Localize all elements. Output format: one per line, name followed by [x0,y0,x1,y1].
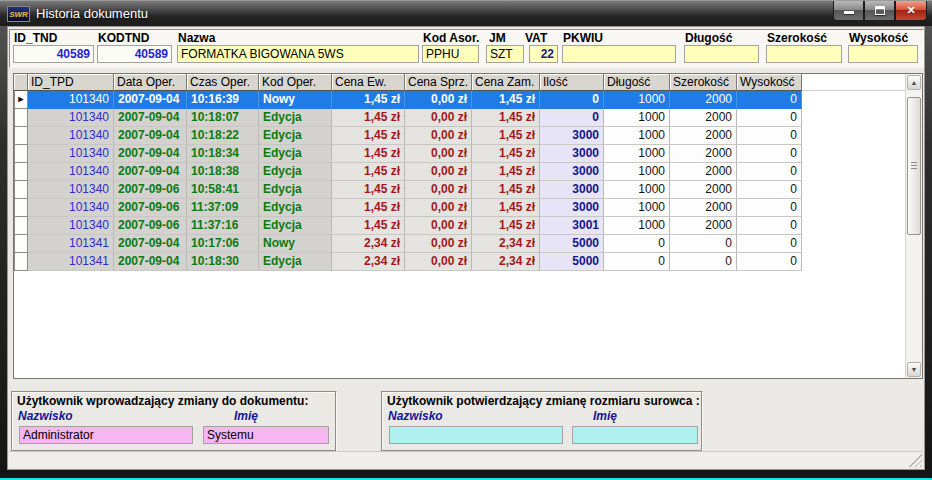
grid-cell[interactable]: 2000 [670,127,737,145]
grid-cell[interactable]: 101340 [28,145,114,163]
grid-cell[interactable]: 11:37:16 [187,217,259,235]
grid-cell[interactable]: 1,45 zł [332,199,405,217]
kod-asor-value[interactable]: PPHU [422,45,479,63]
grid-row[interactable]: 1013402007-09-0611:37:16Edycja1,45 zł0,0… [14,217,905,235]
grid-cell[interactable]: 1,45 zł [332,91,405,109]
grid-row[interactable]: ►1013402007-09-0410:16:39Nowy1,45 zł0,00… [14,91,905,109]
jm-value[interactable]: SZT [486,45,524,63]
grid-cell[interactable]: 2007-09-04 [114,253,187,271]
grid-cell[interactable]: 1,45 zł [332,181,405,199]
maximize-button[interactable] [864,1,895,21]
grid-cell[interactable]: 101340 [28,127,114,145]
grid-cell[interactable]: 1,45 zł [332,145,405,163]
grid-cell[interactable]: 10:18:34 [187,145,259,163]
grid-cell[interactable]: 0 [670,253,737,271]
pkwiu-value[interactable] [562,45,676,63]
minimize-button[interactable] [833,1,864,21]
grid-cell[interactable]: 5000 [540,235,604,253]
grid-cell[interactable]: 1000 [604,217,670,235]
grid-cell[interactable]: 101340 [28,163,114,181]
grid-cell[interactable]: Edycja [259,253,332,271]
grid-cell[interactable]: 101340 [28,109,114,127]
grid-cell[interactable]: 0 [604,253,670,271]
grid-cell[interactable]: 101340 [28,181,114,199]
grid-cell[interactable]: 0,00 zł [405,145,472,163]
grid-cell[interactable]: 1,45 zł [332,109,405,127]
grid-cell[interactable]: 0 [540,109,604,127]
grid-cell[interactable]: 0 [670,235,737,253]
wysokosc-value[interactable] [848,45,918,63]
id-tnd-value[interactable]: 40589 [13,45,94,63]
row-selector-cell[interactable] [14,145,28,163]
grid-cell[interactable]: 1000 [604,199,670,217]
grid-cell[interactable]: 0 [737,145,802,163]
grid-cell[interactable]: 10:16:39 [187,91,259,109]
grid-cell[interactable]: 101340 [28,217,114,235]
grid-row[interactable]: 1013402007-09-0410:18:22Edycja1,45 zł0,0… [14,127,905,145]
grid-column-header-długość[interactable]: Długość [604,74,670,91]
nazwa-value[interactable]: FORMATKA BIGOWANA 5WS [177,45,419,63]
grid-cell[interactable]: Edycja [259,217,332,235]
grid-column-header-cena-ew-[interactable]: Cena Ew. [332,74,405,91]
row-selector-cell[interactable] [14,109,28,127]
grid-cell[interactable]: 0 [737,163,802,181]
grid-cell[interactable]: 2000 [670,181,737,199]
grid-cell[interactable]: 1,45 zł [472,181,540,199]
grid-cell[interactable]: 1,45 zł [472,163,540,181]
grid-cell[interactable]: Edycja [259,199,332,217]
grid-cell[interactable]: 2000 [670,199,737,217]
grid-cell[interactable]: 10:17:06 [187,235,259,253]
surname-field[interactable] [389,426,563,444]
grid-cell[interactable]: 5000 [540,253,604,271]
grid-cell[interactable]: 2000 [670,163,737,181]
grid-cell[interactable]: 2,34 zł [472,253,540,271]
scroll-down-icon[interactable]: ▼ [907,362,921,377]
grid-cell[interactable]: 0 [540,91,604,109]
grid-column-header-cena-zam-[interactable]: Cena Zam. [472,74,540,91]
grid-cell[interactable]: 1000 [604,109,670,127]
grid-cell[interactable]: 1000 [604,127,670,145]
grid-cell[interactable]: 2007-09-04 [114,127,187,145]
grid-cell[interactable]: 101341 [28,253,114,271]
grid-cell[interactable]: 101341 [28,235,114,253]
grid-cell[interactable]: Nowy [259,91,332,109]
row-selector-cell[interactable] [14,217,28,235]
grid-cell[interactable]: 0 [604,235,670,253]
grid-cell[interactable]: 11:37:09 [187,199,259,217]
grid-cell[interactable]: 2007-09-04 [114,163,187,181]
grid-cell[interactable]: 2007-09-04 [114,235,187,253]
grid-cell[interactable]: 10:18:30 [187,253,259,271]
grid-cell[interactable]: 0,00 zł [405,253,472,271]
grid-cell[interactable]: Edycja [259,145,332,163]
grid-cell[interactable]: 0 [737,127,802,145]
grid-cell[interactable]: 1000 [604,145,670,163]
grid-column-header-wysokość[interactable]: Wysokość [737,74,802,91]
grid-column-header-id-tpd[interactable]: ID_TPD [28,74,114,91]
kodtnd-value[interactable]: 40589 [97,45,172,63]
vertical-scrollbar[interactable]: ▲ ▼ [905,74,922,378]
grid-row[interactable]: 1013412007-09-0410:17:06Nowy2,34 zł0,00 … [14,235,905,253]
grid-cell[interactable]: 101340 [28,91,114,109]
grid-row[interactable]: 1013402007-09-0410:18:07Edycja1,45 zł0,0… [14,109,905,127]
row-selector-cell[interactable] [14,235,28,253]
row-selector-cell[interactable] [14,127,28,145]
grid-column-header-data-oper-[interactable]: Data Oper. [114,74,187,91]
grid-cell[interactable]: 0 [737,91,802,109]
grid-cell[interactable]: 0,00 zł [405,181,472,199]
grid-row[interactable]: 1013402007-09-0410:18:38Edycja1,45 zł0,0… [14,163,905,181]
grid-cell[interactable]: 10:18:22 [187,127,259,145]
grid-row[interactable]: 1013402007-09-0610:58:41Edycja1,45 zł0,0… [14,181,905,199]
grid-column-header-czas-oper-[interactable]: Czas Oper. [187,74,259,91]
grid-cell[interactable]: 0 [737,181,802,199]
grid-cell[interactable]: 0,00 zł [405,163,472,181]
grid-cell[interactable]: 2,34 zł [332,253,405,271]
grid-cell[interactable]: 0 [737,253,802,271]
grid-cell[interactable]: 1,45 zł [332,127,405,145]
row-selector-cell[interactable] [14,199,28,217]
scroll-up-icon[interactable]: ▲ [907,75,921,90]
row-selector-cell[interactable] [14,253,28,271]
grid-cell[interactable]: 10:18:07 [187,109,259,127]
row-selector-cell[interactable]: ► [14,91,28,109]
firstname-field[interactable]: Systemu [203,426,329,444]
grid-cell[interactable]: 2007-09-06 [114,217,187,235]
